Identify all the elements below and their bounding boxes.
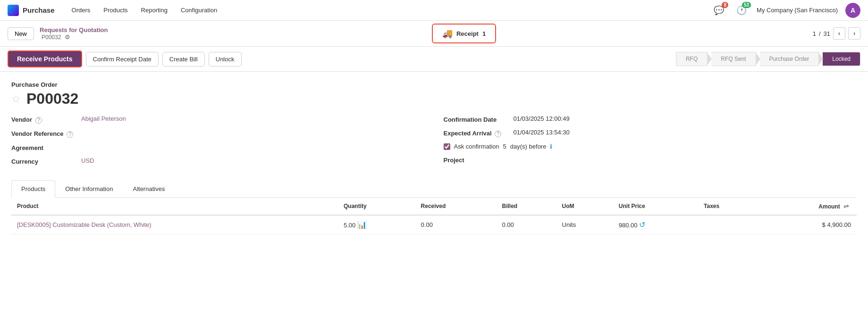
cell-amount: $ 4,900.00 (758, 215, 857, 234)
vendor-row: Vendor ? Abigail Peterson (11, 115, 425, 124)
pagination-current: 1 (813, 30, 816, 37)
confirmation-date-row: Confirmation Date 01/03/2025 12:00:49 (444, 115, 857, 123)
agreement-label: Agreement (11, 143, 77, 151)
right-fields: Confirmation Date 01/03/2025 12:00:49 Ex… (444, 115, 857, 171)
col-uom: UoM (556, 198, 613, 215)
status-purchase-order[interactable]: Purchase Order (760, 52, 819, 66)
receipt-label: Receipt (456, 30, 479, 37)
receipt-area: 🚚 Receipt 1 (115, 24, 812, 43)
col-product: Product (11, 198, 338, 215)
breadcrumb-current: P00032 (42, 34, 61, 41)
col-received: Received (415, 198, 497, 215)
col-amount: Amount ⇌ (758, 198, 857, 215)
col-billed: Billed (497, 198, 556, 215)
vendor-ref-help-icon[interactable]: ? (67, 131, 73, 138)
receive-products-button[interactable]: Receive Products (8, 50, 82, 67)
messages-button[interactable]: 💬 8 (711, 3, 726, 18)
ask-confirm-row: Ask confirmation 5 day(s) before ℹ (444, 143, 857, 150)
create-bill-button[interactable]: Create Bill (162, 52, 205, 67)
expected-arrival-value: 01/04/2025 13:54:30 (514, 129, 570, 136)
menu-configuration[interactable]: Configuration (175, 5, 223, 16)
clock-button[interactable]: 🕐 53 (734, 3, 749, 18)
info-icon[interactable]: ℹ (550, 143, 552, 150)
cell-billed: 0.00 (497, 215, 556, 234)
receipt-count: 1 (482, 30, 486, 37)
company-name: My Company (San Francisco) (757, 7, 838, 14)
main-content: Purchase Order ☆ P00032 Vendor ? Abigail… (0, 72, 868, 244)
menu-reporting[interactable]: Reporting (135, 5, 173, 16)
ask-confirm-days: 5 (503, 143, 506, 150)
cell-unit-price: 980.00 ↺ (613, 215, 698, 234)
cell-received: 0.00 (415, 215, 497, 234)
form-title: Purchase Order (11, 81, 857, 88)
status-rfq[interactable]: RFQ (676, 52, 708, 66)
vendor-help-icon[interactable]: ? (35, 117, 42, 124)
product-table: Product Quantity Received Billed UoM Uni… (11, 198, 857, 234)
forecast-icon[interactable]: 📊 (357, 221, 367, 229)
receipt-button[interactable]: 🚚 Receipt 1 (432, 24, 496, 43)
confirmation-date-value: 01/03/2025 12:00:49 (514, 115, 570, 122)
form-fields: Vendor ? Abigail Peterson Vendor Referen… (11, 115, 857, 171)
brand-label: Purchase (23, 6, 55, 14)
cell-product: [DESK0005] Customizable Desk (Custom, Wh… (11, 215, 338, 234)
tabs: Products Other Information Alternatives (11, 180, 857, 198)
record-id: P00032 (26, 90, 78, 108)
status-flow: RFQ RFQ Sent Purchase Order Locked (676, 52, 860, 66)
unlock-button[interactable]: Unlock (209, 52, 242, 67)
confirm-receipt-date-button[interactable]: Confirm Receipt Date (86, 52, 159, 67)
vendor-ref-row: Vendor Reference ? (11, 129, 425, 138)
currency-label: Currency (11, 157, 77, 165)
expected-arrival-help-icon[interactable]: ? (495, 131, 501, 137)
brand[interactable]: Purchase (8, 5, 55, 16)
navbar-menu: Orders Products Reporting Configuration (66, 5, 712, 16)
truck-icon: 🚚 (442, 28, 453, 39)
agreement-row: Agreement (11, 143, 425, 151)
cell-quantity: 5.00 📊 (338, 215, 415, 234)
status-rfq-sent[interactable]: RFQ Sent (711, 52, 756, 66)
pagination-next[interactable]: › (848, 27, 860, 40)
reset-price-icon[interactable]: ↺ (639, 221, 645, 229)
tab-products[interactable]: Products (11, 180, 55, 198)
pagination: 1 / 31 ‹ › (813, 27, 860, 40)
ask-confirm-checkbox[interactable] (444, 143, 450, 150)
new-button[interactable]: New (8, 27, 34, 40)
breadcrumb-parent[interactable]: Requests for Quotation (40, 26, 108, 33)
star-icon[interactable]: ☆ (11, 93, 21, 105)
toolbar: Receive Products Confirm Receipt Date Cr… (0, 47, 868, 72)
status-locked[interactable]: Locked (823, 52, 860, 66)
tab-other-information[interactable]: Other Information (55, 180, 123, 197)
navbar-right: 💬 8 🕐 53 My Company (San Francisco) A (711, 3, 860, 18)
menu-orders[interactable]: Orders (66, 5, 96, 16)
column-settings-icon[interactable]: ⇌ (842, 202, 851, 210)
confirmation-date-label: Confirmation Date (444, 115, 510, 123)
ask-confirm-suffix: day(s) before (510, 143, 547, 150)
table-row: [DESK0005] Customizable Desk (Custom, Wh… (11, 215, 857, 234)
menu-products[interactable]: Products (98, 5, 133, 16)
currency-row: Currency USD (11, 157, 425, 165)
record-row: ☆ P00032 (11, 90, 857, 108)
action-bar: New Requests for Quotation P00032 ⚙ 🚚 Re… (0, 21, 868, 47)
avatar[interactable]: A (845, 3, 860, 18)
pagination-total: 31 (824, 30, 830, 37)
col-taxes: Taxes (698, 198, 758, 215)
navbar: Purchase Orders Products Reporting Confi… (0, 0, 868, 21)
gear-icon[interactable]: ⚙ (65, 33, 70, 41)
tab-alternatives[interactable]: Alternatives (123, 180, 175, 197)
expected-arrival-label: Expected Arrival ? (444, 129, 510, 137)
col-quantity: Quantity (338, 198, 415, 215)
left-fields: Vendor ? Abigail Peterson Vendor Referen… (11, 115, 425, 171)
messages-badge: 8 (722, 2, 728, 8)
clock-badge: 53 (742, 2, 751, 8)
expected-arrival-row: Expected Arrival ? 01/04/2025 13:54:30 (444, 129, 857, 137)
product-link[interactable]: [DESK0005] Customizable Desk (Custom, Wh… (17, 221, 152, 228)
cell-uom: Units (556, 215, 613, 234)
vendor-ref-label: Vendor Reference ? (11, 129, 77, 138)
brand-icon (8, 5, 19, 16)
currency-value[interactable]: USD (81, 157, 94, 164)
pagination-prev[interactable]: ‹ (833, 27, 845, 40)
vendor-value[interactable]: Abigail Peterson (81, 115, 126, 122)
vendor-label: Vendor ? (11, 115, 77, 124)
project-row: Project (444, 156, 857, 164)
col-unit-price: Unit Price (613, 198, 698, 215)
breadcrumb: Requests for Quotation P00032 ⚙ (40, 26, 108, 41)
